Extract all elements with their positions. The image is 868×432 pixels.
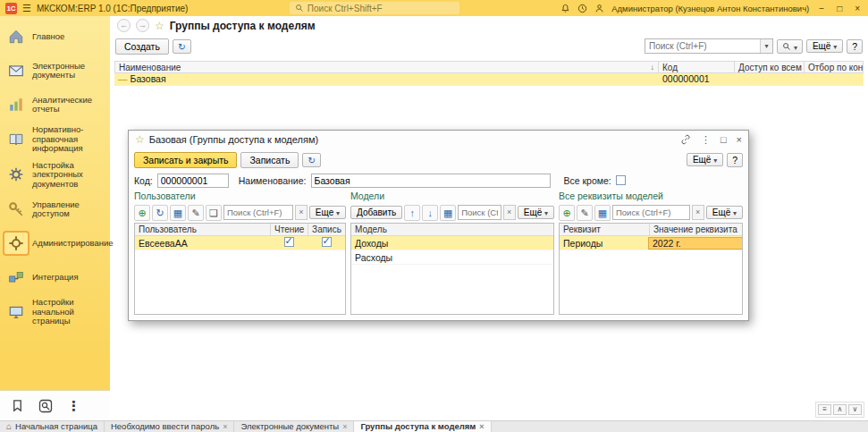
help-button[interactable]: ? [847, 39, 863, 54]
create-button[interactable]: Создать [115, 38, 169, 55]
dialog-help-button[interactable]: ? [727, 153, 743, 167]
forward-button[interactable]: → [136, 19, 149, 32]
pick-users-button[interactable]: ▦ [170, 205, 186, 221]
edit-pencil-icon: ✎ [191, 208, 199, 218]
code-field[interactable] [157, 174, 229, 188]
add-attribute-button[interactable]: ⊕ [559, 205, 575, 221]
sidebar-item-reference-info[interactable]: Нормативно-справочная информация [0, 122, 110, 157]
tab-close-icon[interactable]: × [223, 421, 227, 432]
table-row-bazovaya[interactable]: —Базовая 000000001 [114, 73, 864, 86]
dialog-panels: Пользователи ⊕ ↻ ▦ ✎ ❏ × Еще ▾ Пользоват… [129, 190, 748, 320]
window-close-button[interactable]: × [852, 4, 863, 13]
sidebar-item-label: Управление доступом [32, 200, 108, 219]
add-model-button[interactable]: Добавить [350, 206, 402, 219]
refresh-button[interactable]: ↻ [173, 39, 191, 54]
tab-electronic-documents[interactable]: Электронные документы × [234, 421, 354, 432]
attributes-search-input[interactable] [613, 208, 689, 217]
attributes-search-clear-icon[interactable]: × [692, 205, 704, 220]
column-header-user[interactable]: Пользователь [135, 224, 270, 235]
tab-close-icon[interactable]: × [479, 421, 484, 432]
favorite-star-icon[interactable]: ☆ [155, 20, 164, 32]
bar-chart-icon [4, 94, 28, 115]
column-header-read[interactable]: Чтение [270, 224, 308, 235]
cell-attribute-value[interactable]: 2022 г. [649, 238, 742, 249]
dialog-close-button[interactable]: × [737, 134, 742, 145]
table-row-attribute[interactable]: Периоды 2022 г. [560, 236, 742, 250]
notifications-bell-icon[interactable] [560, 4, 570, 13]
sidebar-item-analytical-reports[interactable]: Аналитические отчеты [0, 88, 110, 122]
sidebar-item-access-management[interactable]: Управление доступом [0, 192, 110, 226]
model-attributes-panel: Все реквизиты моделей ⊕ ✎ ▦ × Ещё ▾ Рекв… [559, 191, 743, 315]
table-row-user[interactable]: ЕвсееваАА [135, 236, 345, 250]
edit-attribute-button[interactable]: ✎ [577, 205, 593, 221]
scroll-menu-button[interactable]: ≡ [818, 404, 831, 415]
scroll-up-button[interactable]: ∧ [833, 404, 847, 415]
history-clock-icon[interactable] [577, 4, 587, 13]
sidebar-item-home-page-settings[interactable]: Настройки начальной страницы [0, 294, 110, 330]
dialog-more-button[interactable]: Ещё ▾ [687, 153, 723, 166]
save-and-close-button[interactable]: Записать и закрыть [134, 152, 237, 168]
models-search-input[interactable] [459, 208, 501, 217]
tab-password-required[interactable]: Необходимо ввести пароль × [105, 421, 234, 432]
sidebar-item-electronic-documents[interactable]: Электронные документы [0, 54, 110, 88]
advanced-search-button[interactable]: ▾ [777, 39, 803, 54]
search-everywhere-icon[interactable] [38, 399, 53, 413]
models-more-button[interactable]: Ещё ▾ [518, 206, 554, 219]
global-search-input[interactable]: Поиск Ctrl+Shift+F [290, 2, 459, 14]
user-icon[interactable] [594, 4, 604, 13]
get-link-icon[interactable] [680, 134, 691, 145]
column-header-write[interactable]: Запись [308, 224, 345, 235]
sidebar-item-administration[interactable]: Администрирование [0, 226, 110, 260]
all-except-checkbox[interactable] [616, 175, 626, 185]
global-search-placeholder: Поиск Ctrl+Shift+F [308, 4, 383, 13]
current-user-name[interactable]: Администратор (Кузнецов Антон Константин… [611, 4, 809, 13]
edit-user-button[interactable]: ✎ [188, 205, 204, 221]
list-more-button[interactable]: Ещё ▾ [806, 39, 843, 53]
attributes-more-button[interactable]: Ещё ▾ [706, 206, 743, 219]
column-header-access[interactable]: Доступ ко всем кроме [734, 62, 804, 72]
window-restore-button[interactable]: □ [834, 4, 845, 13]
column-header-attribute-value[interactable]: Значение реквизита [649, 224, 742, 235]
scroll-down-button[interactable]: ∨ [848, 404, 862, 415]
read-checkbox[interactable] [284, 237, 294, 247]
users-search-clear-icon[interactable]: × [295, 205, 308, 220]
move-down-button[interactable]: ↓ [422, 205, 438, 221]
sidebar-item-main[interactable]: Главное [0, 20, 110, 54]
dialog-maximize-button[interactable]: □ [721, 134, 727, 145]
sidebar-menu-kebab-icon[interactable]: ⋮ [67, 398, 80, 414]
table-row-model[interactable]: Доходы [351, 236, 553, 250]
move-up-button[interactable]: ↑ [404, 205, 420, 221]
pick-attributes-button[interactable]: ▦ [594, 205, 611, 221]
add-user-button[interactable]: ⊕ [134, 205, 150, 221]
column-header-model[interactable]: Модель [351, 224, 553, 235]
back-button[interactable]: ← [117, 19, 131, 32]
reread-icon-button[interactable]: ↻ [302, 153, 321, 167]
favorites-bookmark-icon[interactable] [11, 399, 24, 412]
column-header-filter[interactable]: Отбор по конкретной модели [804, 62, 863, 72]
users-more-button[interactable]: Еще ▾ [309, 206, 346, 219]
copy-user-button[interactable]: ❏ [206, 205, 222, 221]
name-field[interactable] [311, 174, 551, 188]
sidebar-item-integration[interactable]: Интеграция [0, 260, 110, 294]
pick-models-button[interactable]: ▦ [440, 205, 456, 221]
fill-users-button[interactable]: ↻ [152, 205, 168, 221]
main-menu-icon[interactable]: ☰ [22, 3, 31, 14]
list-search-input[interactable] [645, 41, 760, 51]
column-header-name[interactable]: Наименование ↓ [115, 62, 658, 72]
users-search-input[interactable] [224, 208, 292, 217]
tab-access-groups[interactable]: Группы доступа к моделям × [354, 421, 491, 432]
models-search-clear-icon[interactable]: × [503, 205, 516, 220]
write-checkbox[interactable] [322, 237, 332, 247]
table-row-model[interactable]: Расходы [351, 250, 553, 265]
dialog-menu-dots-icon[interactable]: ⋮ [701, 134, 711, 146]
column-header-code[interactable]: Код [658, 62, 734, 72]
window-minimize-button[interactable]: − [816, 4, 827, 13]
search-history-dropdown-icon[interactable]: ▾ [760, 39, 772, 53]
tab-close-icon[interactable]: × [342, 421, 347, 432]
column-header-attribute[interactable]: Реквизит [560, 224, 649, 235]
tab-home-page[interactable]: ⌂ Начальная страница [0, 421, 105, 432]
save-button[interactable]: Записать [240, 152, 299, 168]
sidebar-item-edoc-settings[interactable]: Настройка электронных документов [0, 157, 110, 193]
more-label: Ещё [813, 41, 830, 51]
favorite-star-icon[interactable]: ☆ [135, 133, 145, 146]
